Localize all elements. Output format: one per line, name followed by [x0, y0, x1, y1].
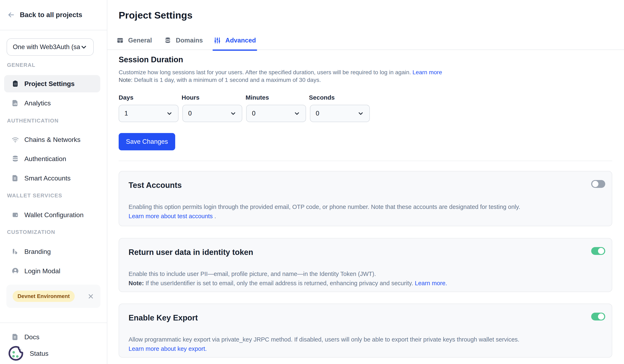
save-changes-button[interactable]: Save Changes — [119, 133, 175, 150]
sidebar-item-label: Smart Accounts — [24, 174, 71, 182]
session-duration-description: Customize how long sessions last for you… — [119, 69, 442, 84]
minutes-value: 0 — [252, 110, 294, 117]
key-export-card: Enable Key Export Allow programmatic key… — [119, 304, 612, 358]
user-circle-icon — [12, 267, 19, 275]
table-icon — [117, 37, 124, 44]
minutes-select[interactable]: 0 — [246, 105, 306, 122]
tab-label: Advanced — [225, 37, 256, 44]
identity-token-toggle[interactable] — [591, 247, 605, 255]
sliders-icon — [214, 37, 221, 44]
description-line1: Enable this to include user PII—email, p… — [129, 269, 447, 279]
sidebar-item-label: Chains & Networks — [24, 136, 80, 144]
section-label-customization: CUSTOMIZATION — [7, 229, 55, 235]
seconds-select[interactable]: 0 — [310, 105, 370, 122]
environment-card: Devnet Environment — [6, 285, 101, 308]
sidebar-item-label: Project Settings — [24, 80, 75, 88]
test-accounts-toggle[interactable] — [591, 180, 605, 188]
toggle-knob — [598, 314, 604, 320]
sidebar-item-docs[interactable]: Docs — [4, 328, 100, 346]
back-label: Back to all projects — [20, 11, 82, 19]
tab-domains[interactable]: Domains — [164, 33, 203, 48]
test-accounts-description: Enabling this option permits login throu… — [129, 202, 527, 221]
chevron-down-icon — [80, 43, 87, 51]
note-text: If the userIdentifier is set to email, o… — [144, 280, 415, 287]
section-label-general: GENERAL — [7, 62, 35, 68]
sidebar-item-branding[interactable]: Branding — [4, 243, 100, 260]
database-icon — [164, 37, 171, 44]
database-icon — [12, 155, 19, 163]
sidebar-item-analytics[interactable]: Analytics — [4, 95, 100, 112]
sidebar-item-label: Analytics — [24, 99, 51, 107]
session-description-text: Customize how long sessions last for you… — [119, 69, 411, 75]
key-export-learn-more-link[interactable]: Learn more about key export. — [129, 345, 207, 352]
analytics-icon — [12, 99, 19, 107]
tab-bar: General Domains Advanced — [107, 31, 624, 50]
hours-select[interactable]: 0 — [182, 105, 242, 122]
sidebar-item-chains-networks[interactable]: Chains & Networks — [4, 131, 100, 148]
environment-badge: Devnet Environment — [13, 291, 75, 302]
minutes-label: Minutes — [246, 94, 269, 101]
sidebar-item-label: Login Modal — [24, 267, 60, 275]
section-label-wallet-services: WALLET SERVICES — [7, 193, 62, 199]
seconds-value: 0 — [316, 110, 357, 117]
session-learn-more-link[interactable]: Learn more — [413, 69, 442, 75]
note-label: Note: — [119, 77, 132, 83]
sidebar-item-label: Branding — [24, 248, 51, 256]
key-export-description: Allow programmatic key export via privat… — [129, 335, 520, 353]
wifi-icon — [12, 136, 19, 143]
project-selector-value: One with Web3Auth (sap — [13, 43, 80, 51]
tab-advanced[interactable]: Advanced — [214, 33, 256, 48]
key-export-toggle[interactable] — [591, 313, 605, 320]
identity-token-card: Return user data in identity token Enabl… — [119, 238, 612, 292]
sidebar-item-authentication[interactable]: Authentication — [4, 150, 100, 168]
chevron-down-icon — [294, 110, 300, 117]
description-line1: Allow programmatic key export via privat… — [129, 335, 520, 344]
note-label: Note: — [129, 280, 144, 287]
chevron-down-icon — [166, 110, 173, 117]
sidebar-item-smart-accounts[interactable]: Smart Accounts — [4, 170, 100, 187]
divider — [119, 161, 612, 161]
sidebar-item-project-settings[interactable]: Project Settings — [4, 75, 100, 92]
toggle-knob — [592, 181, 598, 187]
sidebar-item-label: Wallet Configuration — [24, 211, 84, 219]
project-selector[interactable]: One with Web3Auth (sap — [7, 38, 94, 56]
seconds-label: Seconds — [309, 94, 335, 101]
cookie-icon[interactable] — [8, 345, 24, 362]
section-label-authentication: AUTHENTICATION — [7, 118, 59, 124]
back-to-projects-link[interactable]: Back to all projects — [7, 11, 82, 19]
hours-label: Hours — [182, 94, 200, 101]
sidebar: Back to all projects One with Web3Auth (… — [0, 0, 107, 364]
sidebar-item-label: Status — [30, 350, 49, 357]
note-text: Default is 1 day, with a minimum of 1 se… — [132, 77, 321, 83]
page-title: Project Settings — [119, 9, 193, 21]
description-text: Enabling this option permits login throu… — [129, 204, 520, 210]
session-duration-title: Session Duration — [119, 55, 183, 64]
days-label: Days — [119, 94, 133, 101]
tab-general[interactable]: General — [117, 33, 152, 48]
hours-value: 0 — [188, 110, 230, 117]
docs-icon — [12, 333, 19, 341]
test-accounts-card: Test Accounts Enabling this option permi… — [119, 171, 612, 226]
tab-label: General — [128, 37, 152, 44]
description-line2: Note: If the userIdentifier is set to em… — [129, 279, 447, 288]
identity-learn-more-link[interactable]: Learn more. — [415, 280, 447, 287]
sidebar-item-status[interactable]: Status — [4, 345, 100, 362]
days-value: 1 — [124, 110, 166, 117]
divider — [0, 322, 107, 323]
chevron-down-icon — [357, 110, 364, 117]
arrow-left-icon — [7, 11, 15, 19]
sidebar-item-wallet-configuration[interactable]: Wallet Configuration — [4, 206, 100, 223]
file-text-icon — [12, 174, 19, 182]
test-accounts-title: Test Accounts — [129, 181, 182, 190]
description-suffix: . — [213, 213, 216, 219]
close-icon[interactable] — [87, 293, 94, 300]
days-select[interactable]: 1 — [119, 105, 179, 122]
identity-token-description: Enable this to include user PII—email, p… — [129, 269, 447, 288]
test-accounts-learn-more-link[interactable]: Learn more about test accounts — [129, 213, 213, 219]
branding-icon — [12, 248, 19, 255]
toggle-knob — [598, 248, 604, 254]
clipboard-icon — [12, 80, 19, 87]
key-export-title: Enable Key Export — [129, 314, 198, 322]
main-content: Project Settings General Domains Advance… — [107, 0, 624, 364]
sidebar-item-login-modal[interactable]: Login Modal — [4, 262, 100, 280]
